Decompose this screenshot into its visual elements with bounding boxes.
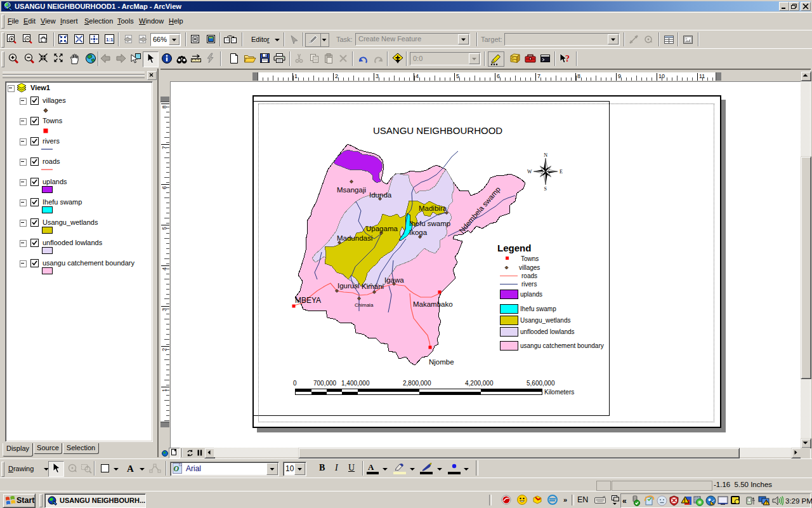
svg-text:Madibira: Madibira — [419, 204, 447, 212]
svg-text:700,000: 700,000 — [313, 380, 337, 387]
svg-text:Ikoga: Ikoga — [409, 229, 428, 236]
svg-text:Makambako: Makambako — [413, 300, 453, 308]
svg-text:2,800,000: 2,800,000 — [403, 380, 431, 387]
svg-text:MBEYA: MBEYA — [295, 296, 321, 305]
svg-text:Igawa: Igawa — [384, 276, 404, 284]
svg-text:E: E — [560, 169, 563, 175]
svg-text:!: ! — [766, 500, 767, 505]
svg-text:Igurusi: Igurusi — [337, 282, 360, 290]
svg-text:!: ! — [684, 497, 686, 504]
svg-text:usangu catchement boundary: usangu catchement boundary — [520, 342, 604, 349]
svg-text:Kimani: Kimani — [362, 283, 384, 290]
svg-text:Usangu_wetlands: Usangu_wetlands — [520, 317, 571, 324]
svg-text:1:1: 1:1 — [106, 37, 114, 43]
svg-text:Idunda: Idunda — [369, 191, 392, 199]
svg-text:!: ! — [712, 502, 713, 505]
svg-text:O: O — [174, 464, 180, 473]
svg-text:W: W — [527, 169, 532, 175]
svg-text:Legend: Legend — [497, 243, 531, 253]
svg-text:USANGU NEIGHBOURHOOD: USANGU NEIGHBOURHOOD — [373, 125, 502, 136]
svg-text:Msangaji: Msangaji — [337, 186, 366, 194]
svg-text:Njombe: Njombe — [429, 358, 454, 366]
svg-text:N: N — [544, 152, 547, 158]
svg-text:0: 0 — [293, 380, 297, 387]
svg-text:S: S — [544, 186, 547, 192]
svg-text:1,400,000: 1,400,000 — [341, 380, 370, 387]
svg-text:?: ? — [565, 54, 570, 64]
svg-text:Madundasi: Madundasi — [337, 234, 372, 242]
svg-text:Towns: Towns — [521, 255, 539, 262]
svg-text:uplands: uplands — [520, 291, 542, 298]
svg-text:Upagama: Upagama — [366, 225, 398, 232]
svg-text:roads: roads — [521, 272, 537, 279]
svg-text:villages: villages — [519, 264, 540, 271]
svg-text:Ihefu swamp: Ihefu swamp — [409, 220, 450, 227]
svg-text:A: A — [127, 464, 134, 473]
svg-text:Chimala: Chimala — [355, 302, 374, 308]
svg-text:rivers: rivers — [521, 281, 537, 288]
svg-text:unflooded lowlands: unflooded lowlands — [520, 328, 575, 335]
svg-text:Kilometers: Kilometers — [544, 389, 574, 396]
svg-text:4,200,000: 4,200,000 — [465, 380, 494, 387]
svg-text:5,600,000: 5,600,000 — [527, 380, 555, 387]
svg-text:Ihefu swamp: Ihefu swamp — [520, 305, 556, 312]
